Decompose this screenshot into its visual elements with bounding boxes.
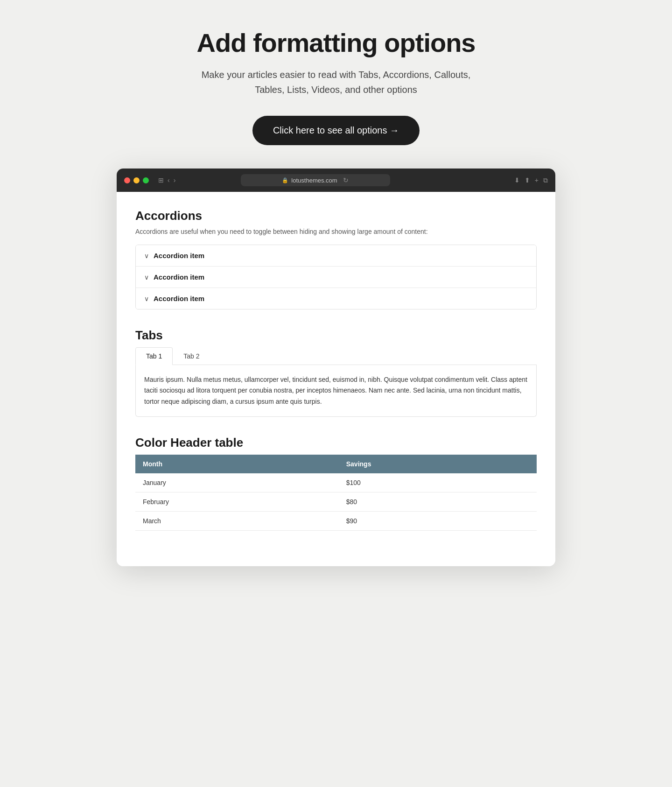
- tabs-title: Tabs: [135, 328, 537, 343]
- chevron-down-icon: ∨: [144, 252, 149, 260]
- table-cell-0-0: January: [135, 473, 339, 492]
- accordions-section: Accordions Accordions are useful when yo…: [135, 209, 537, 309]
- chevron-down-icon: ∨: [144, 295, 149, 302]
- cta-button[interactable]: Click here to see all options →: [252, 116, 420, 145]
- tab-2[interactable]: Tab 2: [173, 347, 210, 365]
- browser-nav-controls: ⊞ ‹ ›: [158, 176, 175, 184]
- browser-toolbar: ⊞ ‹ › 🔒 lotusthemes.com ↻ ⬇ ⬆ + ⧉: [117, 169, 555, 192]
- accordions-description: Accordions are useful when you need to t…: [135, 228, 537, 235]
- accordion-label-2: Accordion item: [154, 273, 204, 281]
- browser-dots: [124, 177, 149, 183]
- table-row: February$80: [135, 492, 537, 511]
- table-header-month: Month: [135, 455, 339, 473]
- accordion-label-3: Accordion item: [154, 295, 204, 302]
- close-dot[interactable]: [124, 177, 130, 183]
- tabs-icon[interactable]: ⧉: [543, 176, 548, 184]
- accordions-title: Accordions: [135, 209, 537, 223]
- table-cell-0-1: $100: [339, 473, 537, 492]
- accordion-item-3[interactable]: ∨ Accordion item: [136, 288, 536, 309]
- accordion-item-1[interactable]: ∨ Accordion item: [136, 245, 536, 267]
- new-tab-icon[interactable]: +: [535, 176, 539, 184]
- tabs-nav: Tab 1 Tab 2: [135, 347, 537, 365]
- accordion-container: ∨ Accordion item ∨ Accordion item ∨ Acco…: [135, 245, 537, 309]
- forward-icon[interactable]: ›: [174, 176, 176, 184]
- browser-content: Accordions Accordions are useful when yo…: [117, 192, 555, 566]
- address-text: lotusthemes.com: [291, 177, 337, 184]
- accordion-label-1: Accordion item: [154, 252, 204, 260]
- tab-1[interactable]: Tab 1: [135, 347, 173, 365]
- share-icon[interactable]: ⬆: [525, 176, 530, 184]
- tab-content-text: Mauris ipsum. Nulla metus metus, ullamco…: [144, 374, 528, 407]
- table-row: January$100: [135, 473, 537, 492]
- browser-window: ⊞ ‹ › 🔒 lotusthemes.com ↻ ⬇ ⬆ + ⧉ Accord…: [117, 169, 555, 566]
- hero-title: Add formatting options: [196, 28, 475, 58]
- table-cell-1-1: $80: [339, 492, 537, 511]
- sidebar-toggle-icon[interactable]: ⊞: [158, 176, 164, 184]
- color-header-table: Month Savings January$100February$80Marc…: [135, 455, 537, 531]
- table-title: Color Header table: [135, 436, 537, 450]
- reload-icon[interactable]: ↻: [343, 176, 349, 184]
- address-bar[interactable]: 🔒 lotusthemes.com ↻: [241, 174, 390, 186]
- table-header-savings: Savings: [339, 455, 537, 473]
- table-cell-1-0: February: [135, 492, 339, 511]
- table-cell-2-1: $90: [339, 511, 537, 530]
- download-icon[interactable]: ⬇: [514, 176, 520, 184]
- table-header-row: Month Savings: [135, 455, 537, 473]
- page-wrapper: Add formatting options Make your article…: [103, 28, 569, 566]
- hero-subtitle: Make your articles easier to read with T…: [201, 67, 471, 97]
- back-icon[interactable]: ‹: [168, 176, 170, 184]
- minimize-dot[interactable]: [133, 177, 140, 183]
- tab-content-box: Mauris ipsum. Nulla metus metus, ullamco…: [135, 365, 537, 416]
- tabs-wrapper: Tab 1 Tab 2 Mauris ipsum. Nulla metus me…: [135, 347, 537, 416]
- browser-right-controls: ⬇ ⬆ + ⧉: [514, 176, 548, 184]
- hero-section: Add formatting options Make your article…: [187, 28, 484, 145]
- lock-icon: 🔒: [282, 177, 288, 183]
- maximize-dot[interactable]: [143, 177, 149, 183]
- table-section: Color Header table Month Savings January…: [135, 436, 537, 531]
- table-row: March$90: [135, 511, 537, 530]
- tabs-section: Tabs Tab 1 Tab 2 Mauris ipsum. Nulla met…: [135, 328, 537, 416]
- accordion-item-2[interactable]: ∨ Accordion item: [136, 267, 536, 288]
- table-cell-2-0: March: [135, 511, 339, 530]
- chevron-down-icon: ∨: [144, 274, 149, 281]
